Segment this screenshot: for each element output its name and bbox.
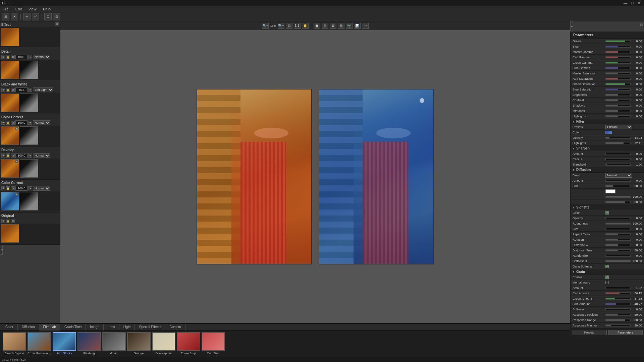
param-vign-gang-checkbox[interactable]: ✓ — [605, 265, 609, 268]
param-grain-enable-checkbox[interactable]: ✓ — [605, 276, 609, 279]
cc2-thumb-2[interactable] — [20, 192, 38, 210]
film-overexpose[interactable]: Overexpose — [152, 332, 175, 355]
param-grain-blue-slider[interactable] — [605, 303, 631, 305]
param-green-slider[interactable] — [605, 40, 631, 42]
section-grain-header[interactable]: ▼ Grain — [571, 269, 644, 275]
filter-tab-diffusion[interactable]: Diffusion — [18, 324, 39, 330]
view-split[interactable]: ⊟ — [322, 23, 328, 29]
develop-thumb-x[interactable]: ✕ — [15, 160, 18, 163]
detail-eye[interactable]: 👁 — [1, 55, 5, 59]
histogram[interactable]: 📊 — [354, 23, 361, 29]
param-blue-slider[interactable] — [605, 46, 631, 48]
bw-mode-select[interactable]: Soft Light — [33, 87, 53, 92]
param-greengamma-slider[interactable] — [605, 62, 631, 64]
param-shadows-slider[interactable] — [605, 105, 631, 107]
film-cross[interactable]: Cross Processing — [28, 332, 51, 355]
filter-tab-filmlab[interactable]: Film Lab — [39, 324, 60, 330]
param-grain-green-slider[interactable] — [605, 298, 631, 300]
film-flashing[interactable]: Flashing — [77, 332, 101, 355]
param-mastergamma-slider[interactable] — [605, 51, 631, 53]
cc2-opacity-input[interactable] — [15, 186, 28, 191]
cc1-lock[interactable]: 🔒 — [6, 121, 10, 125]
film-filmstocks[interactable]: Film Stocks — [53, 332, 76, 355]
bw-thumb-2[interactable] — [20, 94, 38, 112]
param-vign-color-checkbox[interactable]: ✓ — [605, 211, 609, 215]
screenshot[interactable]: 📷 — [346, 23, 353, 29]
param-grain-amount-slider[interactable] — [605, 287, 631, 289]
toolbar-paste[interactable]: ⊡ — [53, 13, 60, 20]
filter-tab-color[interactable]: Color — [1, 324, 18, 330]
param-contrast-slider[interactable] — [605, 99, 631, 101]
toolbar-copy[interactable]: ⊡ — [44, 13, 52, 20]
effect-thumb-1[interactable] — [1, 28, 19, 46]
param-grain-respmin-slider[interactable] — [605, 324, 631, 326]
detail-settings[interactable]: ⚙ — [11, 55, 15, 59]
param-diffusion-blend-dropdown[interactable]: Normal — [605, 173, 632, 178]
zoom-fit-button[interactable]: ⊡ — [286, 23, 292, 29]
param-redsat-slider[interactable] — [605, 78, 631, 80]
view-compare[interactable]: ⊠ — [330, 23, 336, 29]
detail-lock[interactable]: 🔒 — [6, 55, 10, 59]
param-grain-resppos-slider[interactable] — [605, 314, 631, 316]
filter-tab-light[interactable]: Light — [119, 324, 135, 330]
param-sharpen-amount-slider[interactable] — [605, 153, 631, 155]
right-panel-collapse-arrow[interactable]: ▶ — [570, 21, 573, 32]
cc1-thumb-x[interactable]: ✕ — [15, 127, 18, 130]
detail-arrow[interactable]: ▾ — [28, 55, 32, 59]
orig-lock[interactable]: 🔒 — [6, 219, 10, 223]
param-filter-opacity-slider[interactable] — [605, 137, 631, 139]
orig-settings[interactable]: ⚙ — [11, 219, 15, 223]
cc1-opacity-input[interactable] — [15, 120, 28, 125]
film-grunge[interactable]: Grunge — [127, 332, 151, 355]
zoom-out-button[interactable]: 🔍− — [262, 23, 269, 29]
restore-button[interactable]: □ — [630, 1, 635, 5]
cc2-mode-select[interactable]: Normal — [33, 186, 50, 191]
filter-tab-grads[interactable]: Grads/Tints — [60, 324, 86, 330]
bw-arrow[interactable]: ▾ — [28, 88, 32, 92]
param-vign-distsize-slider[interactable] — [605, 249, 631, 251]
param-vign-roundness-slider[interactable] — [605, 223, 631, 225]
param-diffusion-blur-slider[interactable] — [605, 185, 631, 187]
view-options[interactable]: ⋯ — [362, 23, 369, 29]
param-brightness-slider[interactable] — [605, 94, 631, 96]
develop-settings[interactable]: ⚙ — [11, 154, 15, 158]
param-diffusion-amount-slider[interactable] — [605, 180, 631, 182]
cc1-thumb-1[interactable]: ✕ — [1, 126, 19, 145]
cc1-arrow[interactable]: ▾ — [28, 121, 32, 125]
detail-thumb-1[interactable] — [1, 61, 19, 79]
orig-eye[interactable]: 👁 — [1, 219, 5, 223]
menu-file[interactable]: File — [1, 7, 10, 11]
cc1-settings[interactable]: ⚙ — [11, 121, 15, 125]
param-sharpen-radius-slider[interactable] — [605, 158, 631, 160]
develop-opacity-input[interactable] — [15, 153, 28, 158]
cc2-lock[interactable]: 🔒 — [6, 186, 10, 190]
param-vign-softnessx-slider[interactable] — [605, 260, 631, 262]
param-grain-softness-slider[interactable] — [605, 308, 631, 310]
section-vignette-header[interactable]: ▼ Vignette — [571, 205, 644, 210]
zoom-in-button[interactable]: 🔍+ — [278, 23, 284, 29]
param-sharpen-threshold-slider[interactable] — [605, 164, 631, 166]
cc2-settings[interactable]: ⚙ — [11, 186, 15, 190]
param-vign-randomize-slider[interactable] — [605, 255, 631, 257]
param-redgamma-slider[interactable] — [605, 56, 631, 58]
section-filter-header[interactable]: ▼ Filter — [571, 119, 644, 124]
toolbar-undo[interactable]: ↩ — [23, 13, 31, 20]
develop-lock[interactable]: 🔒 — [6, 154, 10, 158]
detail-opacity-input[interactable] — [15, 55, 28, 59]
param-highlights-slider[interactable] — [605, 115, 631, 117]
develop-arrow[interactable]: ▾ — [28, 154, 32, 158]
param-grain-resprange-slider[interactable] — [605, 319, 631, 321]
param-vign-size-slider[interactable] — [605, 228, 631, 230]
param-midtones-slider[interactable] — [605, 110, 631, 112]
filter-tab-custom[interactable]: Custom — [165, 324, 185, 330]
toolbar-close[interactable]: ✕ — [11, 13, 18, 20]
param-diffusion-val2-slider[interactable] — [605, 201, 631, 203]
left-panel-collapse-arrow[interactable]: ◀ — [0, 245, 3, 255]
section-sharpen-header[interactable]: ▼ Sharpen — [571, 146, 644, 151]
develop-thumb-1[interactable]: ✕ — [1, 159, 19, 178]
view-ab[interactable]: ⊞ — [338, 23, 344, 29]
section-effect-collapse[interactable]: ✕ — [55, 22, 59, 26]
param-bluegamma-slider[interactable] — [605, 67, 631, 69]
detail-thumb-2[interactable] — [20, 61, 38, 79]
toolbar-redo[interactable]: ⏎ — [32, 13, 39, 20]
